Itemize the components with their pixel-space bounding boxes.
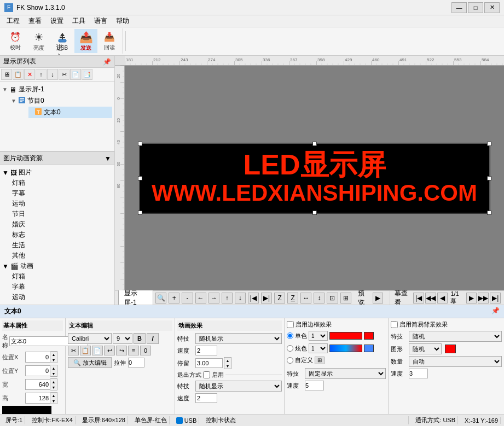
resize-handle-bc[interactable] [312,211,317,215]
res-item-wedding[interactable]: 婚庆 [10,219,112,230]
canvas-btn-left[interactable]: ← [195,293,206,304]
bg-shape-color[interactable] [445,345,456,353]
resize-handle-tc[interactable] [312,142,317,146]
res-item-sports[interactable]: 运动 [10,199,112,209]
prop-posx-input[interactable] [25,352,50,363]
prop-height-up[interactable]: ▲ [50,393,57,398]
minimize-button[interactable]: — [451,2,467,13]
border-solid-select[interactable]: 1 [309,331,328,341]
prop-height-input[interactable] [25,393,50,404]
text-btn-copy[interactable]: 📋 [80,346,91,355]
menu-item-tools[interactable]: 工具 [68,15,90,27]
resize-handle-br[interactable] [487,211,491,215]
curtain-btn-last[interactable]: ▶| [490,293,501,304]
canvas-btn-grid2[interactable]: ⊞ [340,293,351,304]
bg-shape-select[interactable]: 随机 [409,343,442,354]
prop-posy-input[interactable] [25,365,50,376]
text-btn-undo[interactable]: ↩ [104,346,115,355]
canvas-btn-zoom-reset[interactable]: 🔍 [155,293,166,304]
res-item-holiday[interactable]: 节日 [10,209,112,219]
canvas-btn-first[interactable]: |◀ [248,293,259,304]
border-radio-fancy[interactable] [287,345,293,352]
bg-count-select[interactable]: 自动 [409,356,502,367]
border-solid-color-swatch[interactable] [364,332,374,340]
dl-btn-extra[interactable]: 📑 [82,69,92,80]
res-anim-subtitle[interactable]: 字幕 [10,282,112,292]
canvas-btn-down[interactable]: ↓ [235,293,246,304]
menu-item-project[interactable]: 工程 [2,15,24,27]
led-display[interactable]: LED显示屏 WWW.LEDXIANSHIPING.COM [140,143,490,213]
canvas-btn-z1[interactable]: Z [274,293,285,304]
prop-width-up[interactable]: ▲ [50,379,57,384]
border-custom-grid-btn[interactable]: ⊞ [315,357,325,364]
resize-handle-bl[interactable] [138,211,142,215]
italic-button[interactable]: I [147,333,159,344]
tree-item-program[interactable]: ▼ 节目0 [11,95,112,107]
anim-pause-input[interactable] [195,358,223,368]
prop-height-dn[interactable]: ▼ [50,398,57,404]
bg-speed-input[interactable] [409,369,428,378]
resize-handle-tr[interactable] [487,142,491,146]
tree-item-screen[interactable]: ▼ 🖥 显示屏-1 [2,84,112,95]
dl-btn-cut[interactable]: ✂ [59,69,69,80]
canvas-btn-zoom-in[interactable]: + [169,293,179,304]
canvas-btn-hflip[interactable]: ↔ [300,293,311,304]
border-enabled-checkbox[interactable] [287,321,294,328]
res-item-subtitle[interactable]: 字幕 [10,188,112,199]
text-btn-cut[interactable]: ✂ [68,346,79,355]
bg-tech-select[interactable]: 随机 [409,331,502,342]
pause-spin-up[interactable]: ▲ [224,358,231,363]
menu-item-language[interactable]: 语言 [90,15,112,27]
dl-btn-up[interactable]: ↑ [36,69,47,80]
prop-posy-up[interactable]: ▲ [50,365,57,371]
prop-posy-dn[interactable]: ▼ [50,371,57,376]
prop-width-input[interactable] [25,379,50,390]
exit-enabled-checkbox[interactable] [203,371,210,378]
prop-posx-up[interactable]: ▲ [50,352,57,357]
text-btn-align[interactable]: ≡ [128,346,139,355]
toolbar-btn-time[interactable]: ⏰ 校时 [4,29,27,53]
border-radio-solid[interactable] [287,332,293,339]
canvas-viewport[interactable]: -20 0 20 40 60 80 [115,66,504,290]
bg-enabled-checkbox[interactable] [391,321,398,328]
menu-item-view[interactable]: 查看 [24,15,46,27]
dl-btn-down[interactable]: ↓ [47,69,58,80]
border-fancy-select[interactable]: 1 [309,343,328,353]
menu-item-settings[interactable]: 设置 [46,15,68,27]
close-button[interactable]: ✕ [484,2,500,13]
toolbar-btn-read[interactable]: 📥 回读 [98,29,121,53]
prop-posx-dn[interactable]: ▼ [50,357,57,363]
res-anim-lightbox[interactable]: 灯箱 [10,271,112,282]
anim-tech-select[interactable]: 随机显示 [195,333,282,344]
toolbar-btn-send[interactable]: 📤 发送 [74,29,97,53]
text-btn-redo[interactable]: ↪ [116,346,127,355]
resize-handle-ml[interactable] [138,176,142,180]
anim-speed-input[interactable] [195,346,217,355]
res-anim-sports[interactable]: 运动 [10,292,112,302]
exit-speed-input[interactable] [195,393,217,403]
border-speed-input[interactable] [305,381,324,390]
res-group-images-label[interactable]: ▼ 🖼 图片 [2,167,112,178]
canvas-btn-up[interactable]: ↑ [222,293,233,304]
border-fancy-color-swatch[interactable] [364,345,374,352]
curtain-btn-first[interactable]: |◀ [413,293,424,304]
curtain-btn-next2[interactable]: ▶▶ [478,293,489,304]
dl-btn-delete[interactable]: ✕ [24,69,35,80]
curtain-btn-prev2[interactable]: ◀◀ [425,293,436,304]
bold-button[interactable]: B [134,333,146,344]
canvas-btn-zoom-out[interactable]: - [182,293,193,304]
expand-edit-btn[interactable]: 🔍 放大编辑 [68,357,112,368]
resize-handle-tl[interactable] [138,142,142,146]
exit-tech-select[interactable]: 随机显示 [195,381,282,392]
res-item-logo[interactable]: 标志 [10,230,112,240]
resize-handle-mr[interactable] [487,176,491,180]
canvas-btn-vflip[interactable]: ↕ [314,293,325,304]
text-btn-zero[interactable]: 0 [140,346,151,355]
maximize-button[interactable]: □ [468,2,483,13]
curtain-btn-next[interactable]: ▶ [466,293,477,304]
pause-spin-dn[interactable]: ▼ [224,363,231,369]
font-size-select[interactable]: 9 [113,333,132,344]
preview-play-btn[interactable]: ▶ [373,293,384,304]
canvas-content[interactable]: LED显示屏 WWW.LEDXIANSHIPING.COM [125,66,504,290]
res-item-lightbox[interactable]: 灯箱 [10,178,112,188]
